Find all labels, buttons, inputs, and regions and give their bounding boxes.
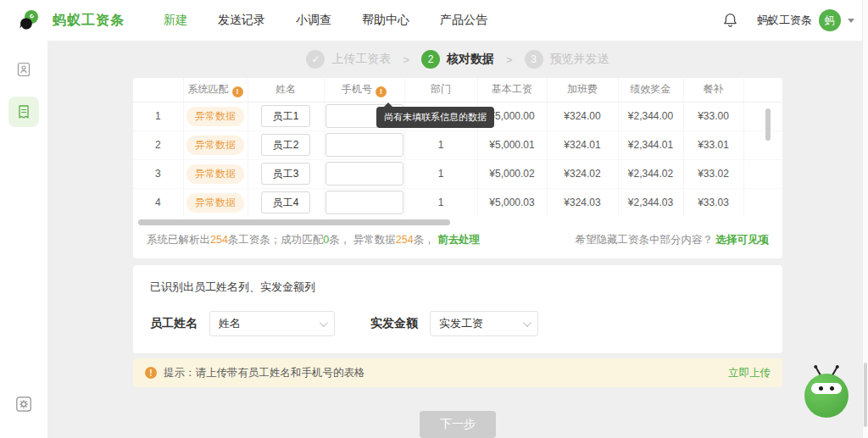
mascot-face: [811, 383, 842, 394]
employee-name-input[interactable]: [261, 105, 310, 127]
step-separator-icon: >: [506, 53, 513, 66]
meal-cell: ¥33.03: [683, 188, 743, 217]
parse-status-row: 系统已解析出254条工资条；成功匹配0条， 异常数据254条， 前去处理 希望隐…: [133, 225, 782, 258]
step-check-icon: ✓: [306, 50, 325, 69]
col-name: 姓名: [248, 78, 324, 102]
bonus-cell: ¥2,344.02: [618, 159, 683, 188]
meal-cell: ¥33.02: [683, 159, 743, 188]
info-icon[interactable]: !: [232, 86, 243, 97]
step-number: 3: [525, 50, 543, 69]
nav-item-announcements[interactable]: 产品公告: [440, 13, 487, 28]
nav-item-survey[interactable]: 小调查: [296, 13, 331, 28]
chevron-down-icon: [848, 19, 854, 23]
step-preview-send: 3 预览并发送: [525, 50, 609, 69]
status-badge: 异常数据: [186, 164, 244, 184]
meal-cell: ¥33.00: [683, 102, 743, 130]
meal-cell: ¥33.01: [683, 130, 743, 159]
info-icon[interactable]: !: [376, 86, 387, 97]
chevron-down-icon: [523, 319, 531, 327]
stepper: ✓ 上传工资表 > 2 核对数据 > 3 预览并发送: [47, 41, 868, 78]
base-salary-cell: ¥5,000.01: [477, 130, 547, 159]
bell-icon[interactable]: [722, 12, 738, 29]
base-salary-cell: ¥5,000.03: [477, 188, 547, 217]
abnormal-count: 254: [396, 234, 414, 246]
employee-name-input[interactable]: [261, 163, 310, 185]
table-row: 3 异常数据 1 ¥5,000.02 ¥324.02 ¥2,344.02 ¥33…: [133, 159, 782, 188]
hide-columns-hint: 希望隐藏工资条中部分内容？ 选择可见项: [576, 233, 769, 247]
payslip-icon: [15, 103, 32, 120]
col-index: [133, 78, 183, 102]
payroll-table: 系统匹配! 姓名 手机号! 部门 基本工资 加班费 绩效奖金 餐补 1 异常数: [133, 78, 782, 217]
name-column-select[interactable]: 姓名: [209, 311, 335, 336]
recognized-columns-text: 已识别出员工姓名列、实发金额列: [150, 280, 765, 295]
gear-icon: [14, 395, 33, 413]
sidebar-item-contacts[interactable]: [8, 54, 39, 85]
phone-input[interactable]: [326, 133, 403, 157]
nav-item-help-center[interactable]: 帮助中心: [362, 13, 409, 28]
go-handle-link[interactable]: 前去处理: [437, 234, 480, 246]
net-pay-column-select[interactable]: 实发工资: [430, 311, 538, 336]
brand-title: 蚂蚁工资条: [53, 12, 125, 30]
employee-name-input[interactable]: [261, 191, 310, 213]
page-scrollbar-thumb[interactable]: [864, 363, 867, 427]
payroll-table-card: 系统匹配! 姓名 手机号! 部门 基本工资 加班费 绩效奖金 餐补 1 异常数: [133, 78, 782, 258]
row-index: 2: [133, 130, 183, 159]
row-index: 1: [133, 102, 183, 130]
col-meal: 餐补: [683, 78, 743, 102]
column-mapping-card: 已识别出员工姓名列、实发金额列 员工姓名 姓名 实发金额 实发工资: [133, 265, 782, 353]
next-step-button[interactable]: 下一步: [420, 411, 496, 438]
col-department: 部门: [404, 78, 477, 102]
overtime-cell: ¥324.00: [547, 102, 618, 130]
avatar: 蚂: [819, 9, 841, 31]
page-scrollbar[interactable]: [862, 0, 868, 438]
app-logo-icon[interactable]: [14, 7, 42, 34]
main-content: ✓ 上传工资表 > 2 核对数据 > 3 预览并发送 系统匹: [47, 41, 868, 438]
choose-visible-link[interactable]: 选择可见项: [716, 234, 770, 246]
table-vertical-scrollbar[interactable]: [765, 108, 771, 141]
net-pay-select-value: 实发工资: [439, 316, 483, 331]
account-menu[interactable]: 蚂蚁工资条 蚂: [757, 9, 854, 31]
col-base-salary: 基本工资: [477, 78, 547, 102]
nav-item-new[interactable]: 新建: [164, 13, 187, 28]
ant-mascot-icon: [804, 374, 849, 418]
bonus-cell: ¥2,344.03: [618, 188, 683, 217]
nav-item-send-history[interactable]: 发送记录: [218, 13, 265, 28]
phone-input[interactable]: [326, 162, 403, 186]
dept-cell: 1: [404, 159, 477, 188]
step-number: 2: [421, 50, 440, 69]
table-header-row: 系统匹配! 姓名 手机号! 部门 基本工资 加班费 绩效奖金 餐补: [133, 78, 782, 102]
sidebar-item-payslips[interactable]: [8, 97, 39, 127]
missing-contact-tooltip: 尚有未填联系信息的数据: [376, 107, 494, 128]
status-badge: 异常数据: [186, 193, 244, 213]
step-separator-icon: >: [403, 53, 409, 66]
upload-now-link[interactable]: 立即上传: [728, 366, 771, 380]
col-bonus: 绩效奖金: [618, 78, 683, 102]
upload-hint-text: 提示：请上传带有员工姓名和手机号的表格: [164, 366, 365, 380]
col-overtime: 加班费: [547, 78, 618, 102]
employee-name-input[interactable]: [261, 134, 310, 156]
overtime-cell: ¥324.02: [547, 159, 618, 188]
total-count: 254: [210, 234, 228, 246]
employee-name-label: 员工姓名: [150, 316, 198, 331]
row-index: 4: [133, 188, 183, 217]
col-match: 系统匹配!: [183, 78, 248, 102]
name-column-select-value: 姓名: [219, 316, 241, 331]
table-row: 2 异常数据 1 ¥5,000.01 ¥324.01 ¥2,344.01 ¥33…: [133, 130, 782, 159]
mascot-helper-button[interactable]: [804, 365, 849, 418]
net-pay-label: 实发金额: [370, 316, 418, 331]
chevron-down-icon: [320, 319, 328, 327]
status-badge: 异常数据: [186, 136, 244, 155]
table-horizontal-scrollbar[interactable]: [138, 219, 450, 225]
base-salary-cell: ¥5,000.02: [477, 159, 547, 188]
bonus-cell: ¥2,344.01: [618, 130, 683, 159]
main-menu: 新建 发送记录 小调查 帮助中心 产品公告: [164, 13, 487, 28]
phone-input[interactable]: [326, 191, 403, 214]
dept-cell: 1: [404, 130, 477, 159]
status-badge: 异常数据: [186, 107, 244, 126]
dept-cell: 1: [404, 188, 477, 217]
top-navbar: 蚂蚁工资条 新建 发送记录 小调查 帮助中心 产品公告 蚂蚁工资条 蚂: [0, 0, 868, 41]
warning-icon: !: [145, 367, 157, 379]
navbar-right: 蚂蚁工资条 蚂: [722, 9, 854, 31]
sidebar-item-settings[interactable]: [8, 389, 39, 419]
step-verify: 2 核对数据: [421, 50, 494, 69]
